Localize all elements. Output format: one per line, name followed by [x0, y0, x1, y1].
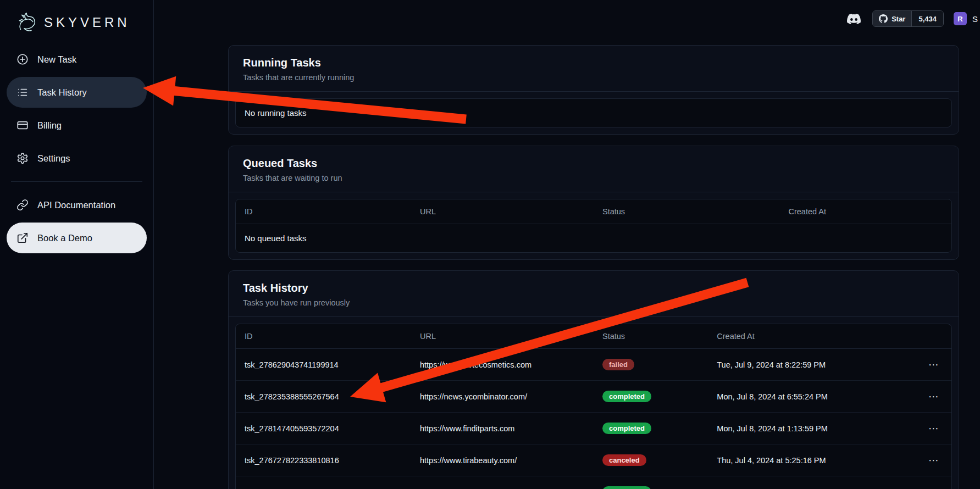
- row-actions-button[interactable]: ⋯: [928, 486, 939, 489]
- sidebar-item-task-history[interactable]: Task History: [7, 77, 147, 108]
- column-header-url: URL: [411, 324, 594, 349]
- credit-card-icon: [16, 119, 29, 131]
- external-link-icon: [16, 232, 29, 244]
- plus-circle-icon: [16, 53, 29, 65]
- column-header-status: Status: [594, 199, 780, 224]
- sidebar-item-label: Task History: [37, 87, 87, 98]
- queued-tasks-subtitle: Tasks that are waiting to run: [243, 174, 944, 182]
- sidebar-secondary-nav: API Documentation Book a Demo: [0, 190, 153, 253]
- github-star-count[interactable]: 5,434: [911, 11, 943, 26]
- queued-tasks-header: Queued Tasks Tasks that are waiting to r…: [229, 146, 959, 192]
- task-url-cell: https://news.ycombinator.com/: [411, 381, 594, 413]
- task-history-title: Task History: [243, 282, 944, 294]
- status-badge: completed: [602, 391, 651, 402]
- task-url-cell: https://www.finditparts.com: [411, 413, 594, 444]
- task-id-cell: tsk_278629043741199914: [236, 349, 411, 381]
- task-id-cell: tsk_278147405593572204: [236, 413, 411, 444]
- column-header-id: ID: [236, 199, 411, 224]
- gear-icon: [16, 152, 29, 164]
- row-actions-button[interactable]: ⋯: [928, 454, 939, 466]
- sidebar-item-new-task[interactable]: New Task: [7, 44, 147, 75]
- queued-tasks-title: Queued Tasks: [243, 157, 944, 170]
- task-history-header: Task History Tasks you have run previous…: [229, 271, 959, 317]
- list-icon: [16, 86, 29, 98]
- sidebar-item-label: API Documentation: [37, 200, 115, 210]
- running-tasks-header: Running Tasks Tasks that are currently r…: [229, 46, 959, 92]
- task-url-cell: https://www.tartecosmetics.com: [411, 349, 594, 381]
- sidebar: SKYVERN New Task Task History Billing: [0, 0, 154, 489]
- avatar[interactable]: R: [954, 12, 967, 25]
- running-tasks-card: Running Tasks Tasks that are currently r…: [228, 45, 959, 135]
- column-header-id: ID: [236, 324, 411, 349]
- sidebar-nav: New Task Task History Billing Settings: [0, 44, 153, 174]
- github-star-button[interactable]: Star 5,434: [872, 10, 944, 27]
- task-created-cell: Thu, Jul 4, 2024 at 5:25:16 PM: [708, 444, 909, 476]
- sidebar-item-label: Settings: [37, 153, 70, 164]
- queued-tasks-table: ID URL Status Created At No queued tasks: [236, 199, 951, 252]
- sidebar-item-label: Billing: [37, 120, 62, 131]
- link-icon: [16, 199, 29, 211]
- book-a-demo-button[interactable]: Book a Demo: [7, 223, 147, 253]
- task-created-cell: Mon, Jul 8, 2024 at 1:13:59 PM: [708, 413, 909, 444]
- running-tasks-empty-state: No running tasks: [236, 99, 951, 127]
- discord-icon[interactable]: [845, 12, 862, 26]
- logo-text: SKYVERN: [44, 15, 130, 30]
- sidebar-item-api-documentation[interactable]: API Documentation: [7, 190, 147, 220]
- task-created-cell: Mon, Jul 8, 2024 at 6:55:24 PM: [708, 381, 909, 413]
- github-star-segment[interactable]: Star: [873, 11, 911, 26]
- column-header-actions: [909, 324, 951, 349]
- column-header-url: URL: [411, 199, 594, 224]
- table-row[interactable]: tsk_278235388555267564 https://news.ycom…: [236, 381, 951, 413]
- row-actions-button[interactable]: ⋯: [928, 423, 939, 434]
- task-history-subtitle: Tasks you have run previously: [243, 298, 944, 307]
- logo: SKYVERN: [0, 0, 153, 36]
- running-tasks-title: Running Tasks: [243, 57, 944, 69]
- column-header-status: Status: [594, 324, 708, 349]
- topbar: Star 5,434 R S: [845, 10, 978, 27]
- queued-tasks-empty-state: No queued tasks: [236, 224, 951, 253]
- task-created-cell: Thu, Jun 27, 2024 at 8:38:58 PM: [708, 476, 909, 489]
- status-badge: completed: [602, 423, 651, 434]
- github-icon: [879, 14, 888, 23]
- github-star-label: Star: [892, 15, 905, 23]
- queued-tasks-card: Queued Tasks Tasks that are waiting to r…: [228, 146, 959, 260]
- task-history-card: Task History Tasks you have run previous…: [228, 270, 959, 489]
- row-actions-button[interactable]: ⋯: [928, 359, 939, 370]
- column-header-created-at: Created At: [780, 199, 952, 224]
- running-tasks-subtitle: Tasks that are currently running: [243, 73, 944, 82]
- sidebar-item-billing[interactable]: Billing: [7, 110, 147, 141]
- sidebar-item-label: Book a Demo: [37, 233, 92, 243]
- task-id-cell: tsk_278235388555267564: [236, 381, 411, 413]
- status-badge: failed: [602, 359, 634, 370]
- sidebar-item-label: New Task: [37, 54, 76, 65]
- status-badge: canceled: [602, 454, 646, 466]
- table-row[interactable]: tsk_278147405593572204 https://www.findi…: [236, 413, 951, 444]
- status-badge: completed: [602, 486, 651, 489]
- table-row[interactable]: tsk_276727822333810816 https://www.tirab…: [236, 444, 951, 476]
- task-created-cell: Tue, Jul 9, 2024 at 8:22:59 PM: [708, 349, 909, 381]
- column-header-created-at: Created At: [708, 324, 909, 349]
- task-id-cell: tsk_276727822333810816: [236, 444, 411, 476]
- username-partial: S: [972, 14, 978, 24]
- row-actions-button[interactable]: ⋯: [928, 391, 939, 402]
- table-row[interactable]: tsk_274180139292204058 https://www.geico…: [236, 476, 951, 489]
- sidebar-item-settings[interactable]: Settings: [7, 143, 147, 174]
- skyvern-logo-icon: [14, 10, 40, 35]
- task-url-cell: https://www.geico.com: [411, 476, 594, 489]
- task-id-cell: tsk_274180139292204058: [236, 476, 411, 489]
- task-url-cell: https://www.tirabeauty.com/: [411, 444, 594, 476]
- task-history-table: ID URL Status Created At tsk_27862904374…: [236, 324, 951, 489]
- table-row[interactable]: tsk_278629043741199914 https://www.tarte…: [236, 349, 951, 381]
- sidebar-divider: [11, 181, 142, 182]
